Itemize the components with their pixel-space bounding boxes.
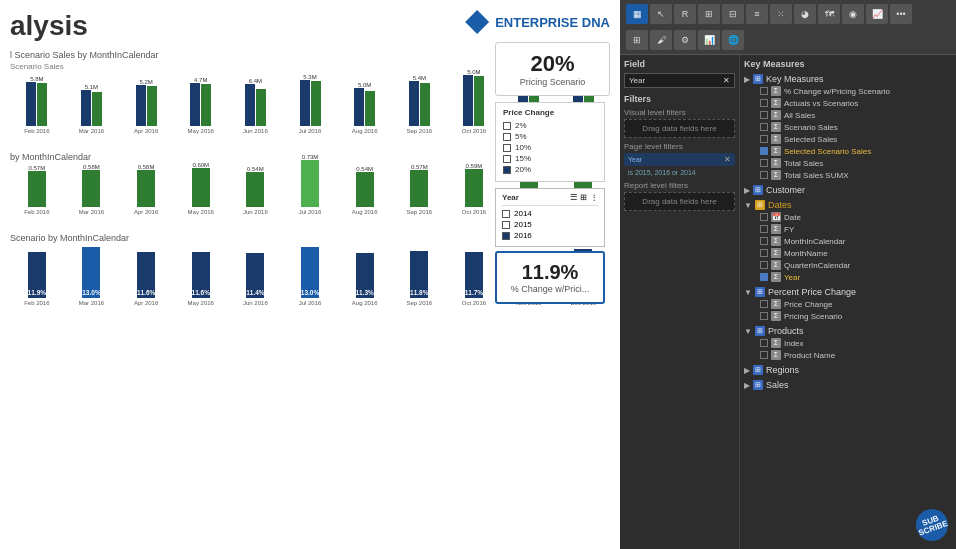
check-month-in-cal[interactable] — [760, 237, 768, 245]
label-product-name: Product Name — [784, 351, 835, 360]
arrow-key-measures: ▶ — [744, 75, 750, 84]
toolbar-btn-gauge[interactable]: ◉ — [842, 4, 864, 24]
toolbar-btn-chart[interactable]: ▦ — [626, 4, 648, 24]
icon-pct-price-change: ⊞ — [755, 287, 765, 297]
item-index: Σ Index — [744, 337, 952, 349]
slicer-icon-2[interactable]: ⊞ — [580, 193, 587, 202]
check-price-change[interactable] — [760, 300, 768, 308]
label-customer: Customer — [766, 185, 805, 195]
group-pct-price-change-header[interactable]: ▼ ⊞ Percent Price Change — [744, 286, 952, 298]
item-selected-sales: Σ Selected Sales — [744, 133, 952, 145]
slicer-title: Year ☰ ⊞ ⋮ — [502, 193, 598, 206]
label-5pct: 5% — [515, 132, 527, 141]
subscribe-badge[interactable]: SUBSCRIBE — [911, 504, 952, 545]
check-product-name[interactable] — [760, 351, 768, 359]
year-2016[interactable]: 2016 — [502, 231, 598, 240]
check-pricing-scenario[interactable] — [760, 312, 768, 320]
check-year[interactable] — [760, 273, 768, 281]
check-date[interactable] — [760, 213, 768, 221]
arrow-dates: ▼ — [744, 201, 752, 210]
label-20pct: 20% — [515, 165, 531, 174]
toolbar-btn-r[interactable]: R — [674, 4, 696, 24]
check-scenario-sales[interactable] — [760, 123, 768, 131]
toolbar-btn-paint[interactable]: 🖌 — [650, 30, 672, 50]
bar2-month-7: Sep 2016 — [406, 209, 432, 215]
slicer-icon-1[interactable]: ☰ — [570, 193, 577, 202]
checkbox-2pct[interactable] — [503, 122, 511, 130]
label-index: Index — [784, 339, 804, 348]
bar3-month-4: Jun 2016 — [243, 300, 268, 306]
toolbar-btn-map[interactable]: 🗺 — [818, 4, 840, 24]
check-total-sales[interactable] — [760, 159, 768, 167]
group-sales: ▶ ⊞ Sales — [744, 379, 952, 391]
group-products-header[interactable]: ▼ ⊞ Products — [744, 325, 952, 337]
price-change-title: Price Change — [503, 108, 597, 117]
check-quarter-in-cal[interactable] — [760, 261, 768, 269]
label-pct-price-change: Percent Price Change — [768, 287, 856, 297]
toolbar-btn-cursor[interactable]: ↖ — [650, 4, 672, 24]
slicer-icon-dots[interactable]: ⋮ — [590, 193, 598, 202]
icon-products: ⊞ — [755, 326, 765, 336]
report-drag-zone[interactable]: Drag data fields here — [624, 192, 735, 211]
checkbox-2015[interactable] — [502, 221, 510, 229]
toolbar-btn-kpi[interactable]: 📈 — [866, 4, 888, 24]
bar3-pct-5: 13.0% — [301, 289, 319, 296]
sigma-index: Σ — [771, 338, 781, 348]
bar-pair-0 — [26, 82, 47, 126]
sigma-pct-change: Σ — [771, 86, 781, 96]
check-selected-sales[interactable] — [760, 135, 768, 143]
price-option-20[interactable]: 20% — [503, 165, 597, 174]
checkbox-5pct[interactable] — [503, 133, 511, 141]
check-index[interactable] — [760, 339, 768, 347]
bar2-group-0: 0.57MFeb 2016 — [10, 165, 64, 215]
check-total-sales-sumx[interactable] — [760, 171, 768, 179]
label-total-sales-sumx: Total Sales SUMX — [784, 171, 848, 180]
group-dates: ▼ ⊞ Dates 📅 Date Σ FY Σ MonthInC — [744, 199, 952, 283]
check-selected-scenario-sales[interactable] — [760, 147, 768, 155]
checkbox-20pct[interactable] — [503, 166, 511, 174]
visual-drag-zone[interactable]: Drag data fields here — [624, 119, 735, 138]
year-dropdown[interactable]: Year ✕ — [624, 73, 735, 88]
bar2-group-2: 0.58MApr 2016 — [119, 164, 173, 215]
toolbar-btn-grid[interactable]: ⊞ — [698, 4, 720, 24]
price-option-5[interactable]: 5% — [503, 132, 597, 141]
checkbox-2014[interactable] — [502, 210, 510, 218]
year-2014[interactable]: 2014 — [502, 209, 598, 218]
check-pct-change[interactable] — [760, 87, 768, 95]
check-fy[interactable] — [760, 225, 768, 233]
group-regions-header[interactable]: ▶ ⊞ Regions — [744, 364, 952, 376]
checkbox-2016[interactable] — [502, 232, 510, 240]
year-filter-tag[interactable]: Year ✕ — [624, 153, 735, 166]
checkbox-15pct[interactable] — [503, 155, 511, 163]
toolbar-btn-globe[interactable]: 🌐 — [722, 30, 744, 50]
year-slicer: Year ☰ ⊞ ⋮ 2014 2015 2016 — [495, 188, 605, 247]
price-option-2[interactable]: 2% — [503, 121, 597, 130]
toolbar-btn-grid2[interactable]: ⊟ — [722, 4, 744, 24]
year-2015[interactable]: 2015 — [502, 220, 598, 229]
group-sales-header[interactable]: ▶ ⊞ Sales — [744, 379, 952, 391]
toolbar-btn-list[interactable]: ≡ — [746, 4, 768, 24]
bar-pair-2 — [136, 85, 157, 126]
price-option-15[interactable]: 15% — [503, 154, 597, 163]
label-all-sales: All Sales — [784, 111, 815, 120]
toolbar-btn-table[interactable]: ⊞ — [626, 30, 648, 50]
check-all-sales[interactable] — [760, 111, 768, 119]
group-customer-header[interactable]: ▶ ⊞ Customer — [744, 184, 952, 196]
toolbar-btn-analytics[interactable]: 📊 — [698, 30, 720, 50]
group-key-measures-header[interactable]: ▶ ⊞ Key Measures — [744, 73, 952, 85]
toolbar-btn-scatter[interactable]: ⁙ — [770, 4, 792, 24]
bar-green-6 — [365, 91, 375, 126]
logo-icon — [465, 10, 489, 34]
check-actuals[interactable] — [760, 99, 768, 107]
bar-group-0: 5.8MFeb 2016 — [10, 76, 64, 134]
check-month-name[interactable] — [760, 249, 768, 257]
bar2-month-4: Jun 2016 — [243, 209, 268, 215]
toolbar-btn-filter[interactable]: ⚙ — [674, 30, 696, 50]
toolbar-btn-dots[interactable]: ••• — [890, 4, 912, 24]
toolbar-btn-pie[interactable]: ◕ — [794, 4, 816, 24]
group-dates-header[interactable]: ▼ ⊞ Dates — [744, 199, 952, 211]
price-option-10[interactable]: 10% — [503, 143, 597, 152]
sigma-year: Σ — [771, 272, 781, 282]
year-filter-close[interactable]: ✕ — [724, 155, 731, 164]
checkbox-10pct[interactable] — [503, 144, 511, 152]
